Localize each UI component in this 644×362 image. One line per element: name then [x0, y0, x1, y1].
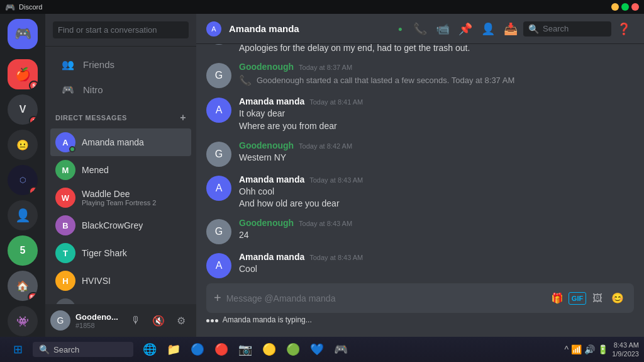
dm-list: A Amanda manda M Mened W Waddle Dee — [45, 128, 196, 304]
msg-time-msg7: Today at 8:43 AM — [299, 220, 352, 227]
gift-button[interactable]: 🎁 — [548, 290, 566, 307]
msg-author-msg4: Amanda manda — [239, 96, 304, 106]
friends-nav-item[interactable]: 👥 Friends — [50, 52, 191, 77]
msg-header-msg5: Goodenough Today at 8:42 AM — [239, 140, 634, 150]
message-group-msg6: A Amanda manda Today at 8:43 AM Ohh cool… — [206, 174, 634, 210]
msg-avatar-msg6: A — [206, 176, 231, 201]
dm-avatar-hvivsi: H — [55, 271, 75, 291]
dm-item-mened[interactable]: M Mened — [50, 156, 191, 184]
windows-icon: ⊞ — [13, 342, 23, 356]
server-icon-4[interactable]: ⬡ 4 — [8, 165, 38, 195]
dm-sub-waddle: Playing Team Fortress 2 — [82, 199, 156, 206]
dm-item-s4int[interactable]: S S4intJackson — [50, 295, 191, 304]
dm-item-blackcrow[interactable]: B BlackCrowGrey — [50, 212, 191, 239]
tray-expand[interactable]: ^ — [565, 344, 569, 354]
add-friend-button[interactable]: 👤 — [478, 19, 498, 39]
attach-button[interactable]: + — [214, 283, 221, 313]
titlebar: 🎮 Discord — [0, 0, 644, 14]
taskbar-app-4[interactable]: 🔴 — [210, 338, 233, 361]
taskbar-edge[interactable]: 🌐 — [138, 338, 161, 361]
nitro-label: Nitro — [83, 84, 103, 95]
msg-content-msg3: Goodenough Today at 8:37 AM 📞 Goodenough… — [239, 62, 634, 89]
tray-sound[interactable]: 🔊 — [584, 344, 595, 354]
server-icon-8[interactable]: 👾 — [8, 306, 38, 336]
minimize-button[interactable] — [611, 3, 619, 11]
video-button[interactable]: 📹 — [433, 19, 453, 39]
search-input[interactable] — [53, 21, 189, 38]
phone-button[interactable]: 📞 — [410, 19, 430, 39]
typing-dot-2 — [211, 319, 214, 322]
msg-text-msg4-1: Where are you from dear — [239, 120, 634, 133]
chat-area: A Amanda manda ● 📞 📹 📌 👤 📥 🔍 ❓ January 9… — [196, 14, 644, 337]
emoji-button[interactable]: 😊 — [609, 290, 626, 307]
message-group-msg3: G Goodenough Today at 8:37 AM 📞 Goodenou… — [206, 62, 634, 89]
maximize-button[interactable] — [621, 3, 629, 11]
taskbar-app-5[interactable]: 📷 — [234, 338, 257, 361]
taskbar-app-3[interactable]: 🔵 — [186, 338, 209, 361]
header-search-icon: 🔍 — [528, 24, 539, 34]
user-panel-tag: #1858 — [75, 322, 121, 329]
titlebar-title: Discord — [19, 3, 42, 11]
header-search-input[interactable] — [543, 24, 593, 33]
user-avatar: G — [50, 310, 70, 331]
dm-name-amanda: Amanda manda — [82, 137, 144, 147]
gif-button[interactable]: GIF — [569, 292, 586, 305]
server-icon-3[interactable]: 😐 — [8, 130, 38, 160]
inbox-button[interactable]: 📥 — [501, 19, 521, 39]
dm-add-button[interactable]: + — [180, 112, 186, 123]
message-group-msg8: A Amanda manda Today at 8:43 AM Cool — [206, 252, 634, 278]
online-status: ● — [398, 25, 402, 33]
server-icon-2[interactable]: V 1 — [8, 94, 38, 125]
start-button[interactable]: ⊞ — [5, 339, 30, 359]
help-button[interactable]: ❓ — [614, 19, 634, 39]
dm-item-tigershark[interactable]: T Tiger Shark — [50, 239, 191, 267]
msg-header-msg8: Amanda manda Today at 8:43 AM — [239, 252, 634, 262]
msg-header-msg3: Goodenough Today at 8:37 AM — [239, 62, 634, 72]
chat-input-box: + 🎁 GIF 🖼 😊 — [206, 283, 634, 313]
user-panel-actions: 🎙 🔇 ⚙ — [126, 310, 191, 331]
tray-wifi[interactable]: 📶 — [571, 344, 582, 354]
settings-button[interactable]: ⚙ — [171, 310, 191, 331]
dm-avatar-tigershark: T — [55, 243, 75, 263]
close-button[interactable] — [631, 3, 639, 11]
deafen-button[interactable]: 🔇 — [148, 310, 169, 331]
mute-button[interactable]: 🎙 — [126, 310, 146, 331]
taskbar-discord[interactable]: 🎮 — [330, 338, 352, 361]
dm-name-waddle: Waddle Dee — [82, 189, 156, 199]
server-icon-7[interactable]: 🏠 55 — [8, 271, 38, 301]
typing-text: Amanda manda is typing... — [223, 315, 312, 324]
msg-text-msg4-0: It okay dear — [239, 108, 634, 120]
message-input[interactable] — [226, 286, 543, 311]
discord-home-button[interactable]: 🎮 — [8, 19, 38, 49]
taskbar-search[interactable]: 🔍 Search — [33, 342, 133, 357]
dm-item-waddle[interactable]: W Waddle Dee Playing Team Fortress 2 — [50, 184, 191, 212]
pin-button[interactable]: 📌 — [455, 19, 475, 39]
message-group-msg5: G Goodenough Today at 8:42 AM Western NY — [206, 140, 634, 167]
msg-time-msg4: Today at 8:41 AM — [309, 98, 363, 106]
taskbar-app-6[interactable]: 🟡 — [258, 338, 280, 361]
msg-avatar-msg5: G — [206, 142, 231, 167]
taskbar-app-7[interactable]: 🟢 — [282, 338, 304, 361]
taskbar-app-8[interactable]: 💙 — [306, 338, 328, 361]
dm-info-s4int: S4intJackson — [82, 303, 134, 304]
user-panel: G Goodeno... #1858 🎙 🔇 ⚙ — [45, 304, 196, 337]
msg-avatar-msg3: G — [206, 63, 231, 88]
channel-nav: 👥 Friends 🎮 Nitro — [45, 47, 196, 107]
taskbar-clock[interactable]: 8:43 AM 1/9/2023 — [612, 341, 639, 359]
call-notice-msg3: 📞 Goodenough started a call that lasted … — [239, 74, 634, 86]
dm-item-hvivsi[interactable]: H HVIVSI — [50, 267, 191, 295]
messages-area: January 9, 2023 A Amanda manda Today at … — [196, 44, 644, 283]
taskbar-file-explorer[interactable]: 📁 — [162, 338, 185, 361]
server-icon-1[interactable]: 🍎 5 — [8, 59, 38, 89]
msg-time-msg5: Today at 8:42 AM — [299, 142, 352, 150]
msg-text-msg7-0: 24 — [239, 229, 634, 242]
sticker-button[interactable]: 🖼 — [589, 290, 606, 307]
server-icon-6[interactable]: 5 — [8, 235, 38, 266]
dm-item-amanda[interactable]: A Amanda manda — [50, 128, 191, 156]
tray-battery[interactable]: 🔋 — [597, 344, 608, 354]
taskbar-tray: ^ 📶 🔊 🔋 — [565, 344, 609, 354]
msg-header-msg6: Amanda manda Today at 8:43 AM — [239, 174, 634, 184]
server-icon-5[interactable]: 👤 — [8, 200, 38, 230]
nitro-nav-item[interactable]: 🎮 Nitro — [50, 77, 191, 102]
notif-badge-2: 1 — [29, 116, 38, 125]
